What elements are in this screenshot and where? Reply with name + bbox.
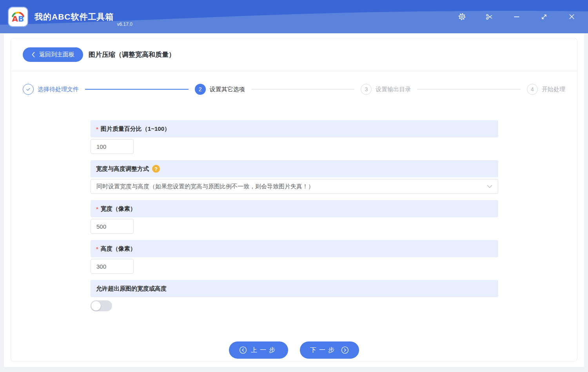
- width-field-header: * 宽度（像素）: [91, 200, 498, 217]
- height-field-header: * 高度（像素）: [91, 240, 498, 257]
- step-1-circle: [23, 84, 34, 95]
- resize-mode-select[interactable]: 同时设置宽度与高度（如果您设置的宽高与原图比例不一致，则会导致图片失真！）: [91, 179, 498, 194]
- required-asterisk: *: [96, 246, 98, 252]
- svg-text:AB: AB: [12, 14, 24, 23]
- step-output-dir: 3 设置输出目录: [361, 84, 411, 95]
- circle-arrow-right-icon: [341, 346, 349, 354]
- height-input[interactable]: [91, 259, 134, 274]
- next-step-label: 下一步: [310, 346, 337, 354]
- allow-exceed-field-label: 允许超出原图的宽度或高度: [96, 285, 167, 293]
- help-icon[interactable]: ?: [152, 165, 160, 173]
- step-start-process: 4 开始处理: [527, 84, 565, 95]
- chevron-down-icon: [487, 185, 492, 188]
- resize-mode-field-label: 宽度与高度调整方式: [96, 165, 149, 173]
- allow-exceed-field-header: 允许超出原图的宽度或高度: [91, 280, 498, 297]
- chevron-left-icon: [31, 52, 35, 58]
- main-card: 返回到主面板 图片压缩（调整宽高和质量） 选择待处理文件 2 设置其它选项: [11, 38, 577, 361]
- resize-mode-selected-value: 同时设置宽度与高度（如果您设置的宽高与原图比例不一致，则会导致图片失真！）: [96, 183, 483, 190]
- app-logo: AB: [8, 7, 28, 27]
- width-field-label: 宽度（像素）: [101, 205, 136, 213]
- wizard-footer: 上一步 下一步: [11, 341, 577, 359]
- required-asterisk: *: [96, 126, 98, 132]
- step-3-circle: 3: [361, 84, 372, 95]
- resize-mode-field-header: 宽度与高度调整方式 ?: [91, 160, 498, 177]
- required-asterisk: *: [96, 206, 98, 212]
- card-header: 返回到主面板 图片压缩（调整宽高和质量）: [11, 38, 577, 71]
- prev-step-button[interactable]: 上一步: [229, 341, 288, 359]
- app-title: 我的ABC软件工具箱: [34, 11, 114, 22]
- scissors-icon: [485, 13, 493, 21]
- close-icon: [568, 13, 575, 20]
- next-step-button[interactable]: 下一步: [300, 341, 359, 359]
- maximize-icon: [540, 13, 548, 21]
- window-body: 返回到主面板 图片压缩（调整宽高和质量） 选择待处理文件 2 设置其它选项: [4, 33, 584, 367]
- step-2-circle: 2: [195, 84, 206, 95]
- back-to-dashboard-button[interactable]: 返回到主面板: [23, 47, 83, 62]
- close-button[interactable]: [565, 10, 578, 23]
- settings-button[interactable]: [455, 10, 468, 23]
- step-1-label: 选择待处理文件: [38, 86, 79, 93]
- step-4-label: 开始处理: [542, 86, 565, 93]
- step-connector: [251, 89, 355, 90]
- toggle-knob: [91, 301, 101, 311]
- titlebar[interactable]: AB 我的ABC软件工具箱 v6.17.0: [0, 0, 588, 33]
- maximize-button[interactable]: [537, 10, 551, 23]
- width-input[interactable]: [91, 219, 134, 234]
- minimize-icon: [513, 13, 521, 21]
- abc-logo-icon: AB: [9, 8, 27, 25]
- wizard-stepper: 选择待处理文件 2 设置其它选项 3 设置输出目录 4 开始处理: [11, 71, 577, 107]
- step-connector: [417, 89, 521, 90]
- step-3-label: 设置输出目录: [376, 86, 411, 93]
- step-set-options: 2 设置其它选项: [195, 84, 245, 95]
- page-title: 图片压缩（调整宽高和质量）: [89, 50, 175, 59]
- prev-step-label: 上一步: [251, 346, 278, 354]
- quality-input[interactable]: [91, 139, 134, 154]
- screenshot-button[interactable]: [483, 10, 496, 23]
- step-select-files: 选择待处理文件: [23, 84, 79, 95]
- quality-field-label: 图片质量百分比（1~100）: [101, 125, 170, 133]
- check-icon: [25, 87, 31, 92]
- circle-arrow-left-icon: [239, 346, 247, 354]
- minimize-button[interactable]: [510, 10, 523, 23]
- step-connector: [85, 89, 189, 90]
- step-2-label: 设置其它选项: [210, 86, 245, 93]
- height-field-label: 高度（像素）: [101, 245, 136, 253]
- options-form: * 图片质量百分比（1~100） 宽度与高度调整方式 ? 同时设置宽度与高度（如…: [91, 120, 498, 311]
- quality-field-header: * 图片质量百分比（1~100）: [91, 120, 498, 137]
- step-4-circle: 4: [527, 84, 538, 95]
- back-button-label: 返回到主面板: [39, 51, 74, 58]
- gear-icon: [458, 13, 466, 20]
- app-version: v6.17.0: [117, 22, 132, 33]
- allow-exceed-toggle[interactable]: [91, 300, 112, 311]
